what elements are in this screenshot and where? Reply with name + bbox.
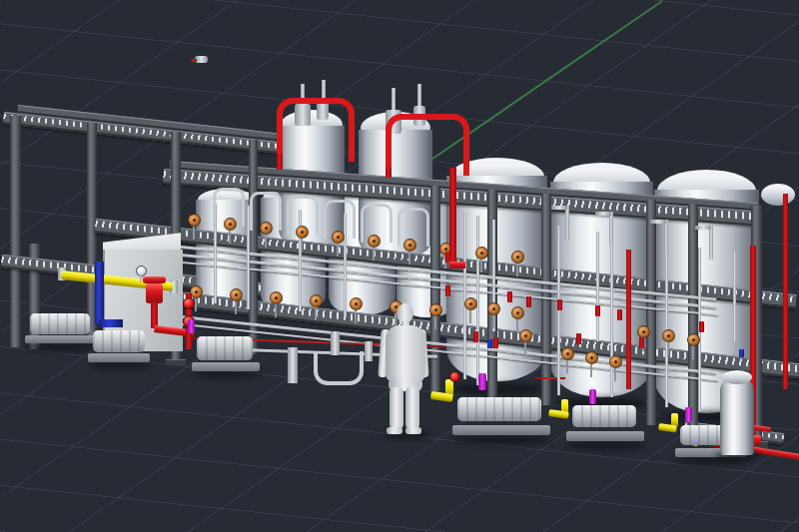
red-valve-body[interactable]	[146, 283, 163, 303]
elbow-pipe	[565, 206, 569, 240]
manifold-valve[interactable]	[511, 251, 523, 276]
manifold-valve[interactable]	[230, 288, 242, 314]
elbow-pipe	[609, 212, 613, 246]
pump[interactable]	[30, 313, 90, 334]
pump-base	[452, 425, 550, 435]
elbow-pipe	[709, 226, 713, 260]
rack-column[interactable]	[646, 200, 656, 425]
red-riser-pipe[interactable]	[783, 194, 788, 389]
red-valve-tag	[557, 299, 562, 310]
pump[interactable]	[457, 397, 541, 421]
magenta-actuator[interactable]	[188, 319, 195, 333]
operator-figure-head	[397, 303, 413, 323]
red-valve-tag	[493, 337, 498, 348]
drain-valve[interactable]	[585, 351, 597, 377]
red-handwheel[interactable]	[183, 297, 195, 309]
magenta-actuator[interactable]	[685, 407, 692, 422]
red-relief-arch[interactable]	[277, 98, 355, 162]
pipe-pedestal	[288, 347, 298, 383]
red-valve-tag	[473, 331, 478, 342]
manifold-valve[interactable]	[188, 214, 200, 240]
pipe-pedestal	[365, 341, 373, 361]
cad-3d-viewport[interactable]	[0, 0, 799, 532]
manifold-valve[interactable]	[350, 297, 362, 323]
red-valve-tag	[617, 309, 622, 320]
red-riser-elbow	[449, 262, 465, 268]
operator-figure-torso[interactable]	[386, 325, 425, 383]
red-floor-line	[535, 377, 565, 379]
drop-pipe	[665, 242, 668, 407]
manifold-valve[interactable]	[310, 294, 322, 320]
red-valve-tag	[445, 285, 450, 296]
operator-figure-foot	[405, 427, 421, 434]
cylinder-cap	[722, 370, 752, 384]
manifold-valve[interactable]	[296, 226, 308, 252]
red-handwheel[interactable]	[449, 371, 460, 382]
pump-base	[25, 335, 95, 343]
drop-pipe	[463, 212, 466, 379]
manifold-valve[interactable]	[332, 231, 344, 257]
drop-pipe	[733, 252, 736, 341]
relief-riser	[417, 84, 421, 108]
red-valve-tag	[507, 291, 512, 302]
rack-column[interactable]	[688, 204, 698, 435]
red-valve-tag	[639, 337, 644, 348]
manifold-valve[interactable]	[662, 329, 674, 355]
manifold-valve[interactable]	[270, 291, 282, 317]
drain-valve[interactable]	[561, 347, 573, 373]
drain-valve[interactable]	[519, 329, 531, 355]
pump[interactable]	[197, 336, 253, 360]
drain-valve[interactable]	[609, 355, 621, 381]
blue-riser-elbow	[99, 319, 123, 327]
red-relief-arch[interactable]	[386, 114, 469, 176]
pump-shadow	[451, 435, 553, 444]
elbow-pipe	[551, 206, 567, 210]
pump-shadow	[565, 441, 647, 450]
frame-post[interactable]	[10, 116, 21, 347]
operator-figure-leg	[405, 387, 419, 429]
rack-column[interactable]	[430, 186, 440, 395]
small-fitting-red-tip	[191, 59, 197, 62]
manifold-valve[interactable]	[429, 303, 441, 329]
operator-figure-leg	[390, 387, 403, 429]
filter-cylinder[interactable]	[720, 375, 754, 455]
red-riser-pipe[interactable]	[449, 168, 456, 267]
elbow-pipe	[664, 220, 668, 254]
blue-instrument	[739, 349, 744, 357]
pump-shadow	[87, 361, 153, 369]
pump-base	[192, 362, 260, 371]
manifold-valve[interactable]	[464, 297, 476, 323]
pump-base	[566, 431, 644, 441]
elbow-pipe	[650, 220, 666, 224]
manifold-valve[interactable]	[475, 247, 487, 272]
elbow-pipe	[695, 226, 711, 230]
tank-dome	[761, 184, 795, 206]
pump-shadow	[191, 370, 263, 378]
red-valve-tag	[699, 321, 704, 332]
red-valve-cap	[143, 276, 166, 283]
manifold-valve[interactable]	[224, 218, 236, 244]
manifold-valve[interactable]	[487, 302, 499, 328]
pump[interactable]	[572, 405, 636, 427]
operator-figure-foot	[387, 427, 402, 434]
manifold-valve[interactable]	[403, 239, 415, 265]
red-valve-tag	[526, 296, 531, 307]
magenta-actuator[interactable]	[589, 389, 596, 404]
pump-base	[88, 353, 150, 362]
manifold-valve[interactable]	[260, 222, 272, 248]
red-arch-leg	[277, 154, 283, 170]
blue-riser-pipe[interactable]	[95, 262, 104, 323]
red-valve-tag	[576, 333, 581, 344]
red-arch-leg	[386, 168, 392, 178]
blue-instrument	[487, 339, 492, 348]
relief-riser	[392, 88, 396, 112]
expansion-loop-pipe	[314, 351, 364, 385]
red-riser-pipe[interactable]	[626, 250, 631, 389]
pump[interactable]	[93, 330, 145, 352]
elbow-pipe	[595, 212, 611, 216]
magenta-actuator[interactable]	[478, 373, 486, 390]
manifold-valve[interactable]	[368, 235, 380, 261]
drop-pipe	[596, 232, 599, 341]
gauge-stem	[140, 274, 142, 282]
manifold-valve[interactable]	[687, 333, 699, 359]
